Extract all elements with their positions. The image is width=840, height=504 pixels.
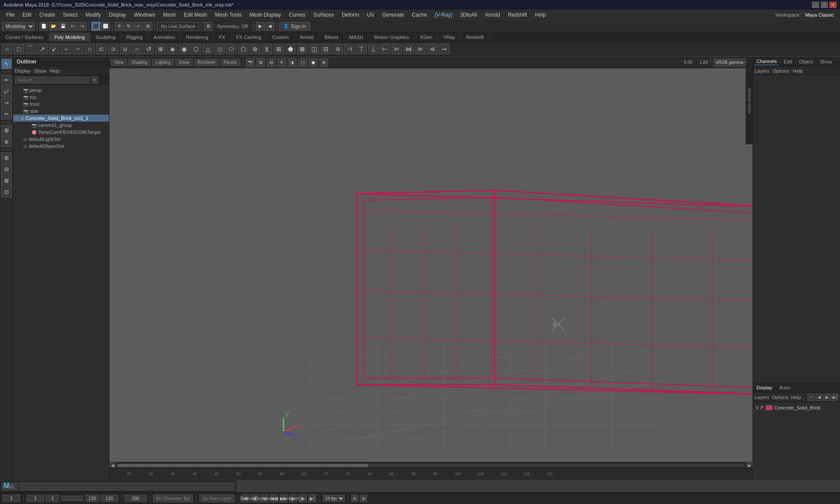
rotate-btn[interactable]: ↻ <box>124 22 133 31</box>
undo-btn[interactable]: ↩ <box>68 22 77 31</box>
layout-btn1[interactable]: ⊞ <box>1 153 12 163</box>
tree-item-concrete[interactable]: ▼ ⊕ Concrete_Solid_Brick_ncl1_1 <box>13 115 109 122</box>
timeline[interactable]: 0 5 10 15 20 25 30 35 40 45 50 55 60 65 … <box>0 468 840 480</box>
layer-next-btn[interactable]: ▶ <box>823 394 830 401</box>
shelf-tool13[interactable]: ⊳ <box>415 44 426 54</box>
tab-fx[interactable]: FX <box>214 32 231 42</box>
tab-fx-caching[interactable]: FX Caching <box>231 32 267 42</box>
menu-help[interactable]: Help <box>532 11 550 19</box>
menu-curves[interactable]: Curves <box>285 11 309 19</box>
range-start-input[interactable] <box>46 495 59 502</box>
tree-item-top[interactable]: 📷 top <box>13 94 109 101</box>
shelf-smooth[interactable]: ⧇ <box>332 44 343 54</box>
shelf-square[interactable]: □ <box>14 44 24 54</box>
range-slider[interactable] <box>61 496 83 501</box>
minimize-button[interactable]: ─ <box>812 2 819 8</box>
mel-input[interactable] <box>20 483 234 490</box>
shelf-arc[interactable]: ∩ <box>84 44 95 54</box>
mode-dropdown[interactable]: Modeling <box>2 22 35 31</box>
close-button[interactable]: ✕ <box>830 2 836 8</box>
shelf-tool9[interactable]: ⊥ <box>368 44 378 54</box>
tree-item-front[interactable]: 📷 front <box>13 101 109 108</box>
shelf-curve1[interactable]: ⌒ <box>25 44 36 54</box>
shelf-tool8[interactable]: ⊤ <box>356 44 367 54</box>
ipr-btn[interactable]: ◀ <box>266 22 274 31</box>
maximize-button[interactable]: □ <box>821 2 828 8</box>
shelf-cone[interactable]: △ <box>203 44 213 54</box>
vp-shadow-btn[interactable]: ◑ <box>288 58 297 67</box>
menu-display[interactable]: Display <box>105 11 130 19</box>
select-tool-btn[interactable]: ⬛ <box>91 22 100 31</box>
menu-mesh[interactable]: Mesh <box>160 11 179 19</box>
tab-show[interactable]: Show <box>818 58 834 65</box>
vp-light-btn[interactable]: ☀ <box>277 58 286 67</box>
shelf-curve4[interactable]: ⌣ <box>61 44 71 54</box>
tab-rendering[interactable]: Rendering <box>181 32 214 42</box>
search-options-btn[interactable]: ▼ <box>91 77 98 84</box>
tab-animation[interactable]: Animation <box>148 32 181 42</box>
layer-last-btn[interactable]: ▶| <box>831 394 838 401</box>
menu-select[interactable]: Select <box>60 11 81 19</box>
shelf-merge[interactable]: ⊞ <box>273 44 284 54</box>
shelf-box[interactable]: ⬡ <box>191 44 201 54</box>
scale-btn[interactable]: ⤢ <box>134 22 143 31</box>
sign-in-button[interactable]: 👤 Sign In <box>279 22 310 31</box>
shelf-curve3[interactable]: ↙ <box>49 44 60 54</box>
layout-btn4[interactable]: ⊡ <box>1 187 12 197</box>
save-btn[interactable]: 💾 <box>59 22 67 31</box>
tab-anim[interactable]: Anim <box>777 384 792 391</box>
no-anim-layer-btn[interactable]: No Anim Layer <box>200 494 234 502</box>
shelf-curve2[interactable]: ↗ <box>37 44 48 54</box>
shelf-circle[interactable]: ○ <box>2 44 12 54</box>
shelf-separate[interactable]: ⊟ <box>321 44 331 54</box>
sub-help[interactable]: Help <box>793 68 803 74</box>
shelf-tool11[interactable]: ⊨ <box>392 44 402 54</box>
menu-generate[interactable]: Generate <box>378 11 407 19</box>
tab-redshift[interactable]: Redshift <box>461 32 489 42</box>
dsub-layers[interactable]: Layers <box>755 395 769 400</box>
layout-btn3[interactable]: ⊠ <box>1 175 12 186</box>
select-tool[interactable]: ↖ <box>1 59 12 69</box>
menu-windows[interactable]: Windows <box>130 11 159 19</box>
shelf-tool12[interactable]: ⋈ <box>403 44 414 54</box>
tab-poly-modeling[interactable]: Poly Modeling <box>49 32 90 42</box>
tab-object[interactable]: Object <box>797 58 815 65</box>
tree-item-tempcam[interactable]: 🎯 TempCamFBXASC046Target <box>13 129 109 136</box>
outliner-menu-help[interactable]: Help <box>50 68 60 74</box>
menu-mesh-tools[interactable]: Mesh Tools <box>212 11 245 19</box>
current-frame-input[interactable] <box>3 495 20 502</box>
shelf-oval[interactable]: ⬭ <box>226 44 237 54</box>
search-input[interactable] <box>15 77 89 84</box>
dsub-options[interactable]: Options <box>772 395 788 400</box>
menu-surfaces[interactable]: Surfaces <box>310 11 337 19</box>
no-live-surface[interactable]: No Live Surface <box>157 22 199 31</box>
max-frame-input[interactable] <box>125 495 147 502</box>
sub-options[interactable]: Options <box>773 68 789 74</box>
open-btn[interactable]: 📂 <box>49 22 58 31</box>
menu-mesh-display[interactable]: Mesh Display <box>246 11 284 19</box>
tree-item-side[interactable]: 📷 side <box>13 108 109 115</box>
frame-start-input[interactable] <box>27 495 44 502</box>
tab-custom[interactable]: Custom <box>267 32 294 42</box>
no-char-set-btn[interactable]: No Character Set <box>153 494 193 502</box>
brush-tool[interactable]: 🖊 <box>1 86 12 97</box>
range-end-input[interactable] <box>101 495 118 502</box>
lasso-btn[interactable]: ⬜ <box>101 22 110 31</box>
vp-wire-btn[interactable]: ◻ <box>298 58 307 67</box>
shelf-tool14[interactable]: ⊲ <box>427 44 438 54</box>
scroll-track[interactable] <box>117 464 745 467</box>
tree-item-lightset[interactable]: ◎ defaultLightSet <box>13 136 109 143</box>
measure-tool[interactable]: ⊕ <box>1 136 12 147</box>
menu-modify[interactable]: Modify <box>82 11 104 19</box>
new-scene-btn[interactable]: 📄 <box>39 22 48 31</box>
vp-grid-btn[interactable]: ⊟ <box>267 58 276 67</box>
shelf-tool15[interactable]: ⊸ <box>439 44 449 54</box>
tree-item-camera-group[interactable]: 📷 camera1_group <box>13 122 109 129</box>
tab-edit[interactable]: Edit <box>782 58 794 65</box>
shelf-bevel[interactable]: ⬟ <box>285 44 296 54</box>
attribute-editor-tab[interactable]: Attribute Editor <box>746 57 752 144</box>
vp-menu-show[interactable]: Show <box>175 59 192 66</box>
outliner-menu-display[interactable]: Display <box>15 68 31 74</box>
vp-menu-shading[interactable]: Shading <box>129 59 151 66</box>
layer-item[interactable]: V P Concrete_Solid_Brick <box>755 404 838 412</box>
